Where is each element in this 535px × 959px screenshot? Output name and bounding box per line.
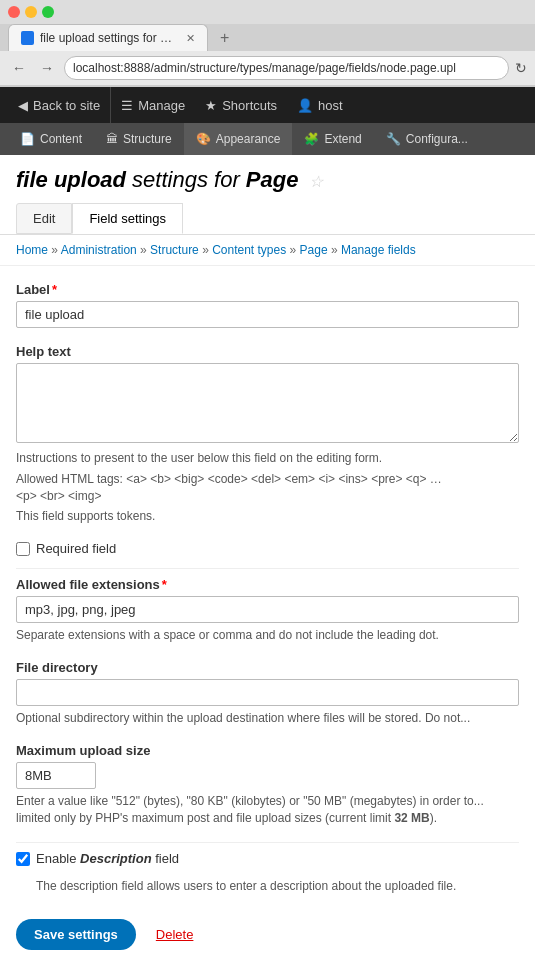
host-nav-item[interactable]: 👤 host xyxy=(287,87,353,123)
tabs: Edit Field settings xyxy=(16,203,519,234)
minimize-traffic-light[interactable] xyxy=(25,6,37,18)
breadcrumb-home[interactable]: Home xyxy=(16,243,48,257)
label-group: Label* xyxy=(16,282,519,328)
help-text-tokens: This field supports tokens. xyxy=(16,508,519,525)
max-upload-limit: 32 MB xyxy=(394,811,429,825)
admin-nav: ◀ Back to site ☰ Manage ★ Shortcuts 👤 ho… xyxy=(0,87,535,123)
breadcrumb: Home » Administration » Structure » Cont… xyxy=(0,235,535,266)
bookmark-icon[interactable]: ☆ xyxy=(309,173,323,190)
menu-item-structure[interactable]: 🏛 Structure xyxy=(94,123,184,155)
help-text-label: Help text xyxy=(16,344,519,359)
label-field-label: Label* xyxy=(16,282,519,297)
breadcrumb-sep-1: » xyxy=(51,243,60,257)
refresh-button[interactable]: ↻ xyxy=(515,60,527,76)
allowed-extensions-label: Allowed file extensions* xyxy=(16,577,519,592)
breadcrumb-page[interactable]: Page xyxy=(300,243,328,257)
browser-tab-bar: file upload settings for Pag... ✕ + xyxy=(0,24,535,51)
help-text-allowed-tags: Allowed HTML tags: <a> <b> <big> <code> … xyxy=(16,471,519,505)
breadcrumb-sep-3: » xyxy=(202,243,212,257)
enable-description-suffix: field xyxy=(152,851,179,866)
new-tab-button[interactable]: + xyxy=(214,27,235,49)
content-icon: 📄 xyxy=(20,132,35,146)
browser-addressbar: ← → ↻ xyxy=(0,51,535,86)
label-required-star: * xyxy=(52,282,57,297)
allowed-extensions-input[interactable] xyxy=(16,596,519,623)
configure-label: Configura... xyxy=(406,132,468,146)
max-upload-input[interactable] xyxy=(16,762,96,789)
enable-description-label: Enable Description field xyxy=(36,851,179,866)
user-icon: 👤 xyxy=(297,98,313,113)
label-input[interactable] xyxy=(16,301,519,328)
divider-1 xyxy=(16,568,519,569)
address-bar[interactable] xyxy=(64,56,509,80)
browser-titlebar xyxy=(0,0,535,24)
breadcrumb-sep-5: » xyxy=(331,243,341,257)
allowed-extensions-group: Allowed file extensions* Separate extens… xyxy=(16,577,519,644)
breadcrumb-structure[interactable]: Structure xyxy=(150,243,199,257)
menu-item-appearance[interactable]: 🎨 Appearance xyxy=(184,123,293,155)
enable-description-prefix: Enable xyxy=(36,851,80,866)
page-content: file upload settings for Page ☆ Edit Fie… xyxy=(0,155,535,959)
menu-item-configure[interactable]: 🔧 Configura... xyxy=(374,123,480,155)
breadcrumb-administration[interactable]: Administration xyxy=(61,243,137,257)
back-to-site-link[interactable]: ◀ Back to site xyxy=(8,87,111,123)
shortcuts-icon: ★ xyxy=(205,98,217,113)
form-actions: Save settings Delete xyxy=(16,911,519,950)
max-upload-help: Enter a value like "512" (bytes), "80 KB… xyxy=(16,793,519,827)
browser-tab[interactable]: file upload settings for Pag... ✕ xyxy=(8,24,208,51)
help-text-group: Help text Instructions to present to the… xyxy=(16,344,519,525)
tab-edit[interactable]: Edit xyxy=(16,203,72,234)
back-to-site-label: Back to site xyxy=(33,98,100,113)
breadcrumb-manage-fields[interactable]: Manage fields xyxy=(341,243,416,257)
appearance-label: Appearance xyxy=(216,132,281,146)
divider-2 xyxy=(16,842,519,843)
file-directory-help: Optional subdirectory within the upload … xyxy=(16,710,519,727)
help-text-textarea[interactable] xyxy=(16,363,519,443)
back-button[interactable]: ← xyxy=(8,58,30,78)
close-traffic-light[interactable] xyxy=(8,6,20,18)
save-settings-button[interactable]: Save settings xyxy=(16,919,136,950)
breadcrumb-sep-2: » xyxy=(140,243,150,257)
maximize-traffic-light[interactable] xyxy=(42,6,54,18)
menu-item-extend[interactable]: 🧩 Extend xyxy=(292,123,373,155)
breadcrumb-sep-4: » xyxy=(290,243,300,257)
tab-favicon xyxy=(21,31,34,45)
traffic-lights xyxy=(8,6,54,18)
manage-nav-item[interactable]: ☰ Manage xyxy=(111,87,195,123)
enable-description-group: Enable Description field xyxy=(16,851,519,866)
shortcuts-nav-item[interactable]: ★ Shortcuts xyxy=(195,87,287,123)
content-label: Content xyxy=(40,132,82,146)
required-field-group: Required field xyxy=(16,541,519,556)
tab-field-settings-label: Field settings xyxy=(89,211,166,226)
structure-label: Structure xyxy=(123,132,172,146)
enable-description-help: The description field allows users to en… xyxy=(36,878,519,895)
configure-icon: 🔧 xyxy=(386,132,401,146)
extend-icon: 🧩 xyxy=(304,132,319,146)
structure-icon: 🏛 xyxy=(106,132,118,146)
page-title: file upload settings for Page ☆ xyxy=(16,167,519,193)
forward-button[interactable]: → xyxy=(36,58,58,78)
allowed-extensions-required-star: * xyxy=(162,577,167,592)
allowed-extensions-help: Separate extensions with a space or comm… xyxy=(16,627,519,644)
extend-label: Extend xyxy=(324,132,361,146)
manage-icon: ☰ xyxy=(121,98,133,113)
shortcuts-label: Shortcuts xyxy=(222,98,277,113)
enable-description-checkbox[interactable] xyxy=(16,852,30,866)
tab-field-settings[interactable]: Field settings xyxy=(72,203,183,234)
help-text-instructions: Instructions to present to the user belo… xyxy=(16,450,519,467)
form-area: Label* Help text Instructions to present… xyxy=(0,266,535,959)
manage-label: Manage xyxy=(138,98,185,113)
tab-title: file upload settings for Pag... xyxy=(40,31,180,45)
delete-button[interactable]: Delete xyxy=(148,919,202,950)
menu-item-content[interactable]: 📄 Content xyxy=(8,123,94,155)
file-directory-input[interactable] xyxy=(16,679,519,706)
enable-description-italic: Description xyxy=(80,851,152,866)
required-field-checkbox[interactable] xyxy=(16,542,30,556)
tab-close-icon[interactable]: ✕ xyxy=(186,32,195,45)
browser-chrome: file upload settings for Pag... ✕ + ← → … xyxy=(0,0,535,87)
breadcrumb-content-types[interactable]: Content types xyxy=(212,243,286,257)
back-to-site-icon: ◀ xyxy=(18,98,28,113)
max-upload-label: Maximum upload size xyxy=(16,743,519,758)
page-title-bar: file upload settings for Page ☆ Edit Fie… xyxy=(0,155,535,235)
required-field-label: Required field xyxy=(36,541,116,556)
